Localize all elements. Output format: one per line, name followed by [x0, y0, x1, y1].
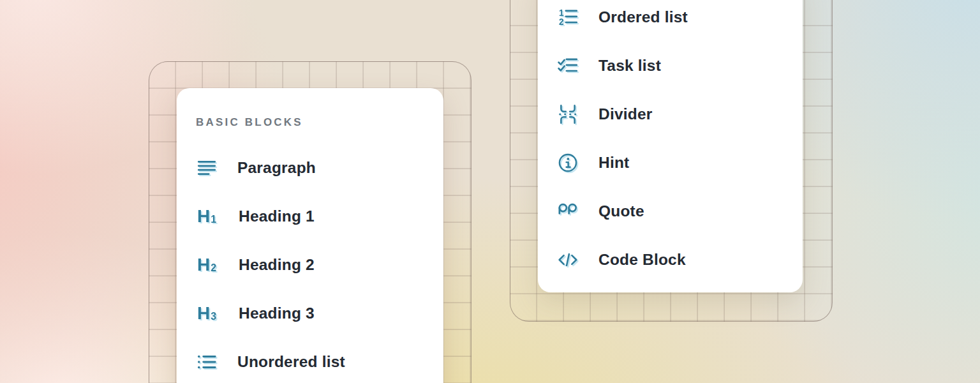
menu-item-label: Heading 2 [239, 256, 315, 274]
menu-item-label: Quote [598, 202, 644, 220]
section-label-basic-blocks: BASIC BLOCKS [196, 116, 303, 129]
task-list-icon [557, 55, 579, 77]
menu-item-task-list[interactable]: Task list [538, 41, 803, 90]
quote-icon [557, 200, 579, 222]
basic-blocks-menu: Paragraph H1 Heading 1 H2 Heading 2 H3 H… [177, 144, 443, 383]
hint-icon [557, 152, 579, 174]
unordered-list-icon [196, 351, 218, 373]
paragraph-icon [196, 157, 218, 179]
menu-item-code-block[interactable]: Code Block [538, 236, 803, 284]
menu-item-label: Unordered list [237, 353, 345, 371]
heading-1-icon: H1 [196, 206, 219, 227]
svg-text:2: 2 [559, 17, 564, 27]
heading-icon-letter: H [197, 254, 210, 276]
heading-icon-letter: H [197, 303, 210, 324]
more-blocks-card: 1 2 Ordered list Task list [538, 0, 803, 292]
menu-item-label: Code Block [598, 251, 686, 269]
divider-icon [557, 103, 579, 125]
basic-blocks-card: BASIC BLOCKS Paragraph H1 Heading 1 H2 H… [177, 88, 443, 383]
more-blocks-menu: 1 2 Ordered list Task list [538, 0, 803, 284]
menu-item-heading-1[interactable]: H1 Heading 1 [177, 192, 443, 241]
code-block-icon [557, 249, 579, 271]
menu-item-label: Paragraph [237, 159, 316, 177]
menu-item-unordered-list[interactable]: Unordered list [177, 338, 443, 383]
heading-2-icon: H2 [196, 254, 219, 276]
menu-item-divider[interactable]: Divider [538, 90, 803, 139]
menu-item-label: Heading 1 [239, 207, 315, 225]
heading-3-icon: H3 [196, 303, 219, 324]
menu-item-label: Divider [598, 105, 652, 123]
menu-item-paragraph[interactable]: Paragraph [177, 144, 443, 192]
menu-item-heading-3[interactable]: H3 Heading 3 [177, 289, 443, 338]
menu-item-label: Heading 3 [239, 304, 315, 322]
menu-item-ordered-list[interactable]: 1 2 Ordered list [538, 0, 803, 41]
menu-item-quote[interactable]: Quote [538, 187, 803, 236]
menu-item-hint[interactable]: Hint [538, 139, 803, 187]
heading-icon-sub: 1 [211, 214, 216, 225]
menu-item-heading-2[interactable]: H2 Heading 2 [177, 241, 443, 289]
ordered-list-icon: 1 2 [557, 6, 579, 28]
menu-item-label: Task list [598, 57, 661, 75]
heading-icon-letter: H [197, 206, 210, 227]
menu-item-label: Ordered list [598, 8, 688, 26]
menu-item-label: Hint [598, 154, 629, 172]
heading-icon-sub: 3 [211, 312, 216, 322]
heading-icon-sub: 2 [211, 263, 216, 273]
